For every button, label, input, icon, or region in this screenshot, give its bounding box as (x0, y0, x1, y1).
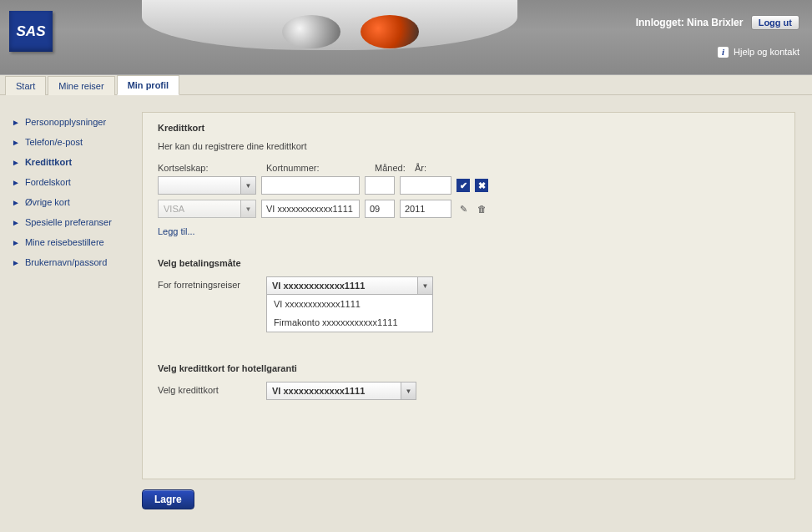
arrow-icon: ► (12, 178, 20, 187)
arrow-icon: ► (12, 138, 20, 147)
existing-card-row: VISA ✎ 🗑 (158, 200, 779, 218)
header-decor-engine (282, 15, 340, 48)
logout-button[interactable]: Logg ut (751, 15, 799, 30)
card-year-input[interactable] (400, 176, 451, 195)
page-header: SAS Innlogget: Nina Brixler Logg ut i Hj… (0, 0, 812, 75)
hotel-card-value: VI xxxxxxxxxxxx1111 (272, 386, 365, 396)
label-maned: Måned: (375, 163, 415, 173)
tab-min-profil[interactable]: Min profil (117, 75, 180, 95)
sidebar-item-label: Kredittkort (25, 157, 72, 167)
sidebar-item-kredittkort[interactable]: ► Kredittkort (8, 152, 134, 172)
chevron-down-icon (417, 277, 432, 294)
payment-method-select[interactable]: VI xxxxxxxxxxxx1111 (266, 276, 433, 295)
chevron-down-icon (240, 177, 255, 194)
sidebar-item-mine-reisebestillere[interactable]: ► Mine reisebestillere (8, 232, 134, 252)
sidebar-item-label: Brukernavn/passord (25, 257, 107, 267)
card-number-input[interactable] (261, 176, 360, 195)
column-headers: Kortselskap: Kortnummer: Måned: År: (158, 163, 779, 173)
close-icon: ✖ (478, 180, 486, 191)
add-card-link[interactable]: Legg til... (158, 226, 195, 236)
card-company-select-disabled: VISA (158, 200, 256, 218)
payment-option[interactable]: Firmakonto xxxxxxxxxxxx1111 (267, 313, 432, 332)
panel-title: Kredittkort (158, 123, 779, 133)
sidebar-item-spesielle-preferanser[interactable]: ► Spesielle preferanser (8, 212, 134, 232)
logged-in-prefix: Innlogget: (636, 17, 684, 28)
sidebar-item-personopplysninger[interactable]: ► Personopplysninger (8, 112, 134, 132)
card-year-input[interactable] (400, 200, 451, 218)
arrow-icon: ► (12, 218, 20, 227)
panel-intro: Her kan du registrere dine kredittkort (158, 141, 779, 151)
payment-method-value: VI xxxxxxxxxxxx1111 (272, 281, 365, 291)
sidebar-item-label: Mine reisebestillere (25, 237, 104, 247)
chevron-down-icon (240, 200, 255, 217)
sidebar-item-label: Telefon/e-post (25, 137, 83, 147)
help-link[interactable]: i Hjelp og kontakt (636, 47, 799, 58)
help-label: Hjelp og kontakt (734, 47, 799, 57)
card-number-input[interactable] (261, 200, 360, 218)
trash-icon: 🗑 (477, 204, 487, 214)
sidebar-item-label: Personopplysninger (25, 117, 106, 127)
payment-option[interactable]: VI xxxxxxxxxxxx1111 (267, 295, 432, 313)
sidebar-item-brukernavn-passord[interactable]: ► Brukernavn/passord (8, 252, 134, 272)
cancel-card-button[interactable]: ✖ (475, 179, 488, 192)
edit-card-button[interactable]: ✎ (456, 202, 470, 215)
info-icon: i (718, 47, 729, 58)
pencil-icon: ✎ (460, 204, 467, 215)
hotel-section-title: Velg kredittkort for hotellgaranti (158, 363, 779, 373)
hotel-card-select[interactable]: VI xxxxxxxxxxxx1111 (266, 382, 416, 400)
arrow-icon: ► (12, 258, 20, 267)
label-kortnummer: Kortnummer: (266, 163, 375, 173)
new-card-row: ✔ ✖ (158, 176, 779, 195)
delete-card-button[interactable]: 🗑 (475, 202, 488, 215)
profile-sidebar: ► Personopplysninger ► Telefon/e-post ► … (8, 112, 142, 509)
arrow-icon: ► (12, 118, 20, 127)
confirm-card-button[interactable]: ✔ (456, 179, 470, 192)
tab-start[interactable]: Start (5, 76, 46, 95)
sidebar-item-label: Spesielle preferanser (25, 217, 112, 227)
card-company-select[interactable] (158, 176, 256, 195)
sas-logo: SAS (9, 11, 53, 52)
arrow-icon: ► (12, 238, 20, 247)
logged-in-username: Nina Brixler (687, 17, 743, 28)
credit-card-panel: Kredittkort Her kan du registrere dine k… (142, 112, 795, 479)
sidebar-item-fordelskort[interactable]: ► Fordelskort (8, 172, 134, 192)
sidebar-item-label: Fordelskort (25, 177, 71, 187)
save-button[interactable]: Lagre (142, 489, 194, 509)
tab-mine-reiser[interactable]: Mine reiser (48, 76, 114, 95)
card-company-value: VISA (164, 204, 184, 214)
card-month-input[interactable] (365, 200, 395, 218)
payment-section-title: Velg betalingsmåte (158, 258, 779, 268)
arrow-icon: ► (12, 158, 20, 167)
main-tabs: Start Mine reiser Min profil (0, 75, 812, 95)
header-decor-engine (361, 15, 419, 48)
sidebar-item-label: Øvrige kort (25, 197, 70, 207)
payment-method-dropdown-list: VI xxxxxxxxxxxx1111 Firmakonto xxxxxxxxx… (266, 295, 433, 332)
check-icon: ✔ (460, 180, 467, 191)
payment-label: For forretningsreiser (158, 276, 266, 290)
arrow-icon: ► (12, 198, 20, 207)
label-ar: År: (415, 163, 477, 173)
card-month-input[interactable] (365, 176, 395, 195)
hotel-label: Velg kredittkort (158, 382, 266, 395)
chevron-down-icon (401, 383, 416, 399)
header-user-area: Innlogget: Nina Brixler Logg ut i Hjelp … (636, 15, 799, 58)
label-kortselskap: Kortselskap: (158, 163, 266, 173)
sidebar-item-ovrige-kort[interactable]: ► Øvrige kort (8, 192, 134, 212)
sidebar-item-telefon-epost[interactable]: ► Telefon/e-post (8, 132, 134, 152)
